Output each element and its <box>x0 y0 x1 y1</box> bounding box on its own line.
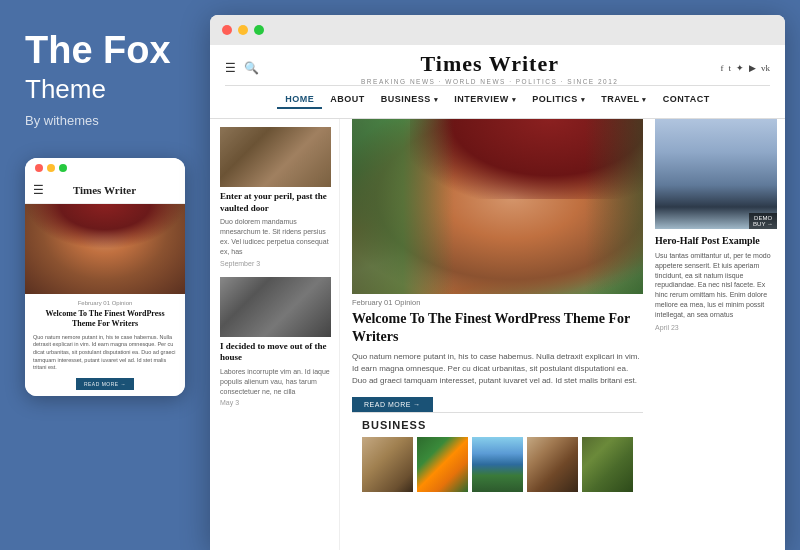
hamburger-icon: ☰ <box>33 183 44 198</box>
right-post-title: Hero-Half Post Example <box>655 234 777 247</box>
header-top-row: ☰ 🔍 Times Writer BREAKING NEWS · WORLD N… <box>225 51 770 85</box>
business-section: BUSINESS <box>352 412 643 492</box>
menu-icon[interactable]: ☰ <box>225 61 236 76</box>
nav-politics[interactable]: POLITICS ▾ <box>524 91 593 109</box>
center-meta: February 01 Opinion <box>352 298 643 307</box>
nav-home[interactable]: HOME <box>277 91 322 109</box>
left-card-1-title: Enter at your peril, past the vaulted do… <box>220 191 331 214</box>
vk-icon[interactable]: vk <box>761 63 770 73</box>
nav-interview[interactable]: INTERVIEW ▾ <box>446 91 524 109</box>
site-name: Times Writer <box>259 51 720 77</box>
left-card-1-date: September 3 <box>220 260 331 267</box>
right-hero-badge: DEMO BUY → <box>749 213 777 229</box>
browser-dot-yellow <box>238 25 248 35</box>
mobile-hero-image <box>25 204 185 294</box>
left-card-1-image <box>220 127 331 187</box>
center-column: February 01 Opinion Welcome To The Fines… <box>340 119 655 550</box>
left-card-2-date: May 3 <box>220 399 331 406</box>
business-item-1 <box>362 437 413 492</box>
mobile-dot-red <box>35 164 43 172</box>
business-img-4 <box>527 437 578 492</box>
right-hero-image: DEMO BUY → <box>655 119 777 229</box>
mobile-mockup: ☰ Times Writer February 01 Opinion Welco… <box>25 158 185 396</box>
left-panel: The Fox Theme By withemes ☰ Times Writer… <box>0 0 210 550</box>
search-icon[interactable]: 🔍 <box>244 61 259 76</box>
mobile-dot-green <box>59 164 67 172</box>
business-img-1 <box>362 437 413 492</box>
business-item-2 <box>417 437 468 492</box>
left-card-1-body: Duo dolorem mandamus mnesarchum te. Sit … <box>220 217 331 256</box>
mobile-header: ☰ Times Writer <box>25 178 185 204</box>
buy-link[interactable]: BUY → <box>753 221 773 227</box>
right-column: DEMO BUY → Hero-Half Post Example Usu ta… <box>655 119 785 550</box>
browser-window: ☰ 🔍 Times Writer BREAKING NEWS · WORLD N… <box>210 15 785 550</box>
business-item-5 <box>582 437 633 492</box>
right-post-body: Usu tantas omittantur ut, per te modo ap… <box>655 251 777 320</box>
site-name-block: Times Writer BREAKING NEWS · WORLD NEWS … <box>259 51 720 85</box>
main-content: Enter at your peril, past the vaulted do… <box>210 119 785 550</box>
left-card-2-title: I decided to move out of the house <box>220 341 331 364</box>
business-item-4 <box>527 437 578 492</box>
business-img-3 <box>472 437 523 492</box>
business-section-title: BUSINESS <box>362 419 633 431</box>
nav-travel[interactable]: TRAVEL ▾ <box>593 91 655 109</box>
facebook-icon[interactable]: f <box>720 63 723 73</box>
mobile-hair-bg <box>25 204 185 249</box>
mobile-site-title: Times Writer <box>73 184 136 196</box>
social-icons-group: f t ✦ ▶ vk <box>720 63 770 73</box>
mobile-meta: February 01 Opinion <box>33 300 177 306</box>
right-post-date: April 23 <box>655 324 777 331</box>
nav-about[interactable]: ABOUT <box>322 91 373 109</box>
browser-titlebar <box>210 15 785 45</box>
header-left-icons: ☰ 🔍 <box>225 61 259 76</box>
site-tagline: BREAKING NEWS · WORLD NEWS · POLITICS · … <box>259 78 720 85</box>
browser-dot-red <box>222 25 232 35</box>
by-label: By withemes <box>25 113 185 128</box>
left-card-2: I decided to move out of the house Labor… <box>220 277 331 407</box>
mobile-dot-yellow <box>47 164 55 172</box>
center-read-more-button[interactable]: READ MORE → <box>352 397 433 412</box>
mobile-read-more-button[interactable]: READ MORE → <box>76 378 134 390</box>
mobile-titlebar <box>25 158 185 178</box>
site-header: ☰ 🔍 Times Writer BREAKING NEWS · WORLD N… <box>210 45 785 119</box>
theme-label: Theme <box>25 74 185 105</box>
center-hero-image <box>352 119 643 294</box>
business-img-5 <box>582 437 633 492</box>
mobile-article-body: Quo natum nemore putant in, his te case … <box>33 334 177 372</box>
mobile-content: February 01 Opinion Welcome To The Fines… <box>25 294 185 396</box>
left-card-1: Enter at your peril, past the vaulted do… <box>220 127 331 267</box>
browser-dot-green <box>254 25 264 35</box>
left-column: Enter at your peril, past the vaulted do… <box>210 119 340 550</box>
business-item-3 <box>472 437 523 492</box>
nav-contact[interactable]: CONTACT <box>655 91 718 109</box>
center-article-body: Quo natum nemore putant in, his to case … <box>352 351 643 387</box>
business-img-2 <box>417 437 468 492</box>
hero-plant-right <box>585 119 643 294</box>
nav-business[interactable]: BUSINESS ▾ <box>373 91 447 109</box>
center-article-title: Welcome To The Finest WordPress Theme Fo… <box>352 310 643 346</box>
browser-content: ☰ 🔍 Times Writer BREAKING NEWS · WORLD N… <box>210 45 785 550</box>
youtube-icon[interactable]: ▶ <box>749 63 756 73</box>
business-grid <box>362 437 633 492</box>
site-title: The Fox <box>25 30 185 72</box>
instagram-icon[interactable]: ✦ <box>736 63 744 73</box>
hero-plant-left <box>352 119 454 294</box>
left-card-2-body: Labores incorrupte vim an. Id iaque popu… <box>220 367 331 396</box>
twitter-icon[interactable]: t <box>728 63 731 73</box>
pottery-image <box>220 277 331 337</box>
soldier-image <box>220 127 331 187</box>
mobile-article-title: Welcome To The Finest WordPress Theme Fo… <box>33 309 177 330</box>
site-nav: HOME ABOUT BUSINESS ▾ INTERVIEW ▾ POLITI… <box>225 85 770 112</box>
left-card-2-image <box>220 277 331 337</box>
